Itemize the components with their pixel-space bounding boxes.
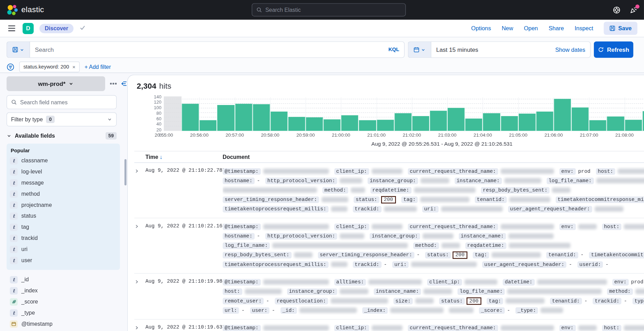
histogram-bar[interactable]	[642, 111, 644, 131]
field-item-score[interactable]: #_score	[10, 296, 127, 307]
global-search-input[interactable]: Search Elastic	[252, 3, 406, 16]
field-item-type[interactable]: t_type	[10, 307, 127, 318]
histogram-bar[interactable]	[235, 104, 252, 131]
histogram-bar[interactable]	[270, 112, 288, 131]
save-button[interactable]: Save	[604, 22, 637, 35]
available-fields-header[interactable]: Available fields 59	[7, 132, 117, 139]
time-column-header[interactable]: Time ↓	[134, 154, 223, 160]
field-http_protocol_version: http_protocol_version:	[265, 177, 362, 184]
field-item-uri[interactable]: turi	[10, 244, 120, 255]
histogram-bar[interactable]	[376, 120, 394, 131]
field-item-log-level[interactable]: tlog-level	[10, 166, 120, 177]
histogram-bar[interactable]	[483, 113, 501, 131]
field-item-timestamp[interactable]: @timestamp	[10, 318, 127, 330]
show-dates-link[interactable]: Show dates	[555, 46, 585, 53]
field-item-classname[interactable]: tclassname	[10, 155, 120, 166]
histogram-bar[interactable]	[518, 114, 536, 131]
field-name: status	[21, 213, 36, 219]
field-item-status[interactable]: tstatus	[10, 210, 120, 221]
field-item-trackid[interactable]: ttrackid	[10, 233, 120, 244]
histogram-bar[interactable]	[199, 120, 217, 131]
histogram-bar[interactable]	[323, 119, 341, 131]
histogram-bar[interactable]	[553, 99, 571, 131]
histogram-bar[interactable]	[447, 108, 465, 131]
collapse-sidebar-icon[interactable]	[120, 80, 127, 87]
document-line: timetakentoprocessrequest_millis:trackid…	[222, 204, 644, 214]
remove-filter-icon[interactable]: ×	[72, 64, 76, 70]
histogram-bar[interactable]	[341, 115, 359, 131]
breadcrumb[interactable]: Discover	[39, 24, 73, 33]
expand-row-icon[interactable]	[134, 222, 146, 269]
histogram-bar[interactable]	[536, 112, 553, 131]
expand-row-icon[interactable]	[134, 277, 146, 315]
histogram-bar[interactable]	[217, 105, 235, 131]
index-pattern-switcher[interactable]: wm-prod*	[7, 76, 105, 91]
field-item-accountid[interactable]: taccountid	[10, 329, 127, 331]
histogram-bar[interactable]	[589, 120, 607, 131]
histogram-bar[interactable]	[465, 119, 483, 131]
kql-badge[interactable]: KQL	[388, 47, 399, 53]
refresh-button[interactable]: Refresh	[594, 41, 633, 58]
field-instance_name: instance_name:	[455, 177, 541, 184]
date-picker-button[interactable]	[408, 41, 431, 58]
field-item-message[interactable]: tmessage	[10, 177, 120, 188]
field-tag: tag:	[401, 196, 470, 203]
nav-link-open[interactable]: Open	[524, 25, 538, 32]
document-line: timetakentoprocessrequest_millis:trackid…	[222, 260, 644, 269]
histogram-bar[interactable]	[394, 113, 412, 131]
field-item-projectname[interactable]: tprojectname	[10, 199, 120, 210]
redacted-value-blur	[552, 187, 571, 193]
field-name: classname	[21, 158, 48, 164]
histogram-bar[interactable]	[607, 116, 625, 131]
field-settings-icon[interactable]	[110, 83, 116, 84]
nav-link-new[interactable]: New	[502, 25, 513, 32]
saved-query-button[interactable]	[7, 41, 30, 58]
expand-row-icon[interactable]	[134, 323, 146, 331]
histogram-bar[interactable]	[306, 118, 323, 131]
histogram-bar[interactable]	[412, 116, 430, 131]
elastic-logo[interactable]: elastic	[7, 4, 44, 15]
field-name: projectname	[21, 202, 52, 208]
field-item-method[interactable]: tmethod	[10, 188, 120, 200]
nav-link-share[interactable]: Share	[549, 25, 564, 32]
histogram-bar[interactable]	[571, 107, 589, 131]
kql-search-input[interactable]: Search KQL	[30, 41, 405, 58]
field-search-input[interactable]: Search field names	[7, 95, 117, 109]
help-icon[interactable]	[613, 6, 620, 14]
field-item-index[interactable]: t_index	[10, 285, 127, 296]
histogram-plot[interactable]	[164, 97, 644, 131]
histogram-bar[interactable]	[182, 104, 199, 131]
sort-desc-icon[interactable]: ↓	[160, 154, 163, 160]
field-label-chip: http_protocol_version:	[265, 233, 337, 240]
chevron-down-icon	[421, 47, 425, 52]
filter-icon[interactable]	[7, 63, 14, 71]
nav-link-options[interactable]: Options	[471, 25, 491, 32]
field-label-chip: log_file_name:	[222, 242, 270, 249]
newsfeed-icon[interactable]	[630, 6, 637, 14]
field-label-chip: type:	[633, 298, 644, 304]
field-item-tag[interactable]: ttag	[10, 221, 120, 233]
field-item-user[interactable]: tuser	[10, 255, 120, 266]
add-filter-link[interactable]: + Add filter	[85, 64, 111, 70]
filter-by-type-dropdown[interactable]: Filter by type 0	[7, 112, 117, 126]
field-item-id[interactable]: t_id	[10, 274, 127, 285]
histogram-bar[interactable]	[288, 117, 306, 131]
field-instance_name: instance_name:	[374, 288, 452, 295]
filter-pill-status-keyword[interactable]: status.keyword: 200 ×	[19, 62, 79, 72]
sidebar-scrollbar[interactable]	[124, 159, 126, 186]
histogram-bar[interactable]	[501, 116, 518, 131]
hits-histogram[interactable]: 20:55:0020:56:0020:57:0020:58:0020:59:00…	[136, 96, 644, 137]
query-strip: Search KQL Last 15 minutes Show dates Re…	[0, 37, 644, 73]
time-range-field[interactable]: Last 15 minutes Show dates	[431, 41, 591, 58]
nav-link-inspect[interactable]: Inspect	[575, 25, 593, 32]
field-value: -	[384, 261, 387, 267]
histogram-bar[interactable]	[625, 120, 642, 131]
histogram-bar[interactable]	[430, 111, 447, 131]
menu-icon[interactable]	[7, 24, 17, 33]
field-status: status:200	[439, 297, 481, 305]
time-range-value[interactable]: Last 15 minutes	[436, 46, 555, 53]
histogram-bar[interactable]	[252, 104, 270, 131]
expand-row-icon[interactable]	[134, 167, 146, 214]
field-type: type:	[633, 298, 644, 304]
histogram-bar[interactable]	[359, 120, 377, 131]
